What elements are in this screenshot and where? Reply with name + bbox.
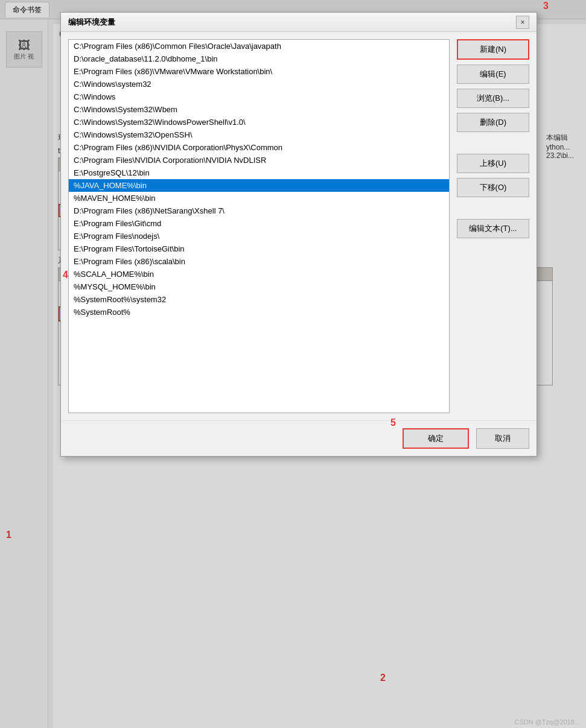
path-list-item[interactable]: D:\Program Files (x86)\NetSarang\Xshell … [69, 204, 449, 217]
path-list-item[interactable]: C:\Windows\system32 [69, 78, 449, 90]
path-list-item[interactable]: %MYSQL_HOME%\bin [69, 280, 449, 293]
path-list-item[interactable]: C:\Windows\System32\Wbem [69, 103, 449, 116]
dialog-right-buttons: 新建(N) 编辑(E) 浏览(B)... 删除(D) 上移(U) 下移(O) 编… [457, 39, 529, 413]
edit-text-button[interactable]: 编辑文本(T)... [457, 219, 529, 238]
delete-button[interactable]: 删除(D) [457, 113, 529, 132]
move-up-button[interactable]: 上移(U) [457, 154, 529, 173]
browse-button[interactable]: 浏览(B)... [457, 89, 529, 108]
new-button[interactable]: 新建(N) [457, 39, 529, 60]
edit-env-dialog: 3 编辑环境变量 × C:\Program Files (x86)\Common… [60, 12, 537, 457]
path-list-item[interactable]: %SCALA_HOME%\bin [69, 268, 449, 280]
path-list-item[interactable]: C:\Windows\System32\OpenSSH\ [69, 128, 449, 141]
path-list-item[interactable]: C:\Program Files (x86)\NVIDIA Corporatio… [69, 141, 449, 154]
edit-button[interactable]: 编辑(E) [457, 65, 529, 84]
path-list-item[interactable]: %SystemRoot%\system32 [69, 293, 449, 306]
path-list-item[interactable]: E:\Program Files (x86)\scala\bin [69, 255, 449, 268]
dialog-title: 编辑环境变量 [68, 17, 115, 28]
dialog-titlebar: 编辑环境变量 × [61, 13, 537, 32]
ok-button[interactable]: 确定 [403, 428, 469, 449]
cancel-button[interactable]: 取消 [476, 428, 529, 449]
path-list-item[interactable]: D:\oracle_database\11.2.0\dbhome_1\bin [69, 52, 449, 65]
close-button[interactable]: × [516, 16, 529, 29]
path-list-item[interactable]: C:\Program Files (x86)\Common Files\Orac… [69, 40, 449, 52]
path-list-item[interactable]: E:\Program Files\TortoiseGit\bin [69, 242, 449, 255]
move-down-button[interactable]: 下移(O) [457, 178, 529, 197]
path-list-item[interactable]: C:\Windows\System32\WindowsPowerShell\v1… [69, 116, 449, 128]
path-list-item[interactable]: E:\PostgreSQL\12\bin [69, 166, 449, 179]
watermark: CSDN @Tzq@2018... [514, 718, 580, 726]
close-icon: × [520, 18, 524, 27]
step-number-4: 4 [63, 270, 68, 280]
path-list-item[interactable]: E:\Program Files\nodejs\ [69, 230, 449, 242]
path-list-item[interactable]: %SystemRoot% [69, 306, 449, 318]
path-list-item[interactable]: C:\Program Files\NVIDIA Corporation\NVID… [69, 154, 449, 166]
step-number-3: 3 [543, 1, 549, 11]
path-list-item[interactable]: E:\Program Files\Git\cmd [69, 217, 449, 230]
step-number-5: 5 [390, 417, 396, 428]
dialog-footer: 5 确定 取消 [61, 420, 537, 456]
path-list-item[interactable]: C:\Windows [69, 90, 449, 103]
path-list[interactable]: C:\Program Files (x86)\Common Files\Orac… [68, 39, 450, 413]
path-list-item[interactable]: E:\Program Files (x86)\VMware\VMware Wor… [69, 65, 449, 78]
dialog-body: C:\Program Files (x86)\Common Files\Orac… [61, 32, 537, 420]
path-list-item[interactable]: %JAVA_HOME%\bin [69, 179, 449, 192]
path-list-item[interactable]: %MAVEN_HOME%\bin [69, 192, 449, 204]
